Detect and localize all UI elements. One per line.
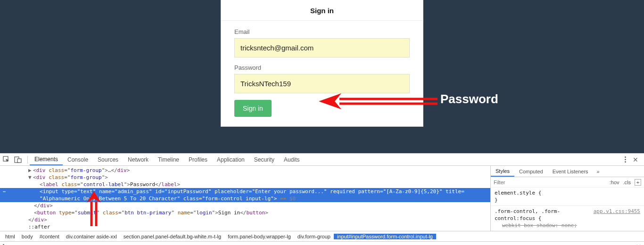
css-rule-block[interactable]: app.v1.css:9455 .form-control, .form-con… [491, 205, 644, 231]
annotation-arrow2-icon [83, 190, 107, 227]
devtools-close-icon[interactable]: ✕ [630, 156, 641, 163]
bc-body[interactable]: body [18, 234, 36, 239]
bc-form[interactable]: form.panel-body.wrapper-lg [224, 234, 294, 239]
tab-timeline[interactable]: Timeline [153, 154, 184, 165]
svg-rect-5 [17, 159, 21, 163]
tab-console[interactable]: Console [63, 154, 93, 165]
selected-dom-node[interactable]: ⋯<input type="text" name="admin_pass" id… [0, 188, 490, 195]
device-toggle-icon[interactable] [14, 156, 22, 163]
tab-security[interactable]: Security [249, 154, 279, 165]
css-source-link[interactable]: app.v1.css:9455 [594, 208, 640, 215]
devtools-tabbar: Elements Console Sources Network Timelin… [0, 154, 644, 166]
element-style-block[interactable]: element.style { } [491, 188, 644, 205]
signin-title: Sign in [221, 0, 423, 21]
console-close-icon[interactable]: ✕ [636, 243, 641, 245]
annotation-text: Password [440, 92, 498, 106]
bc-input[interactable]: input#inputPassword.form-control.input-l… [334, 234, 436, 239]
cls-toggle[interactable]: .cls [623, 180, 631, 185]
email-label: Email [234, 28, 410, 35]
devtools-menu-icon[interactable] [621, 156, 630, 163]
bc-content[interactable]: #content [36, 234, 63, 239]
elements-tree[interactable]: ▶<div class="form-group">…</div> ▼<div c… [0, 166, 490, 231]
tab-audits[interactable]: Audits [279, 154, 304, 165]
styles-sidebar: Styles Computed Event Listeners » :hov .… [490, 166, 644, 231]
page-background: Sign in Email Password Sign in Password [0, 0, 644, 153]
hov-toggle[interactable]: :hov [610, 180, 619, 185]
bc-html[interactable]: html [2, 234, 18, 239]
console-drawer[interactable]: Console ✕ [0, 241, 644, 245]
annotation-arrow-icon [316, 90, 438, 111]
dom-breadcrumb[interactable]: html body #content div.container aside-x… [0, 231, 644, 241]
tab-profiles[interactable]: Profiles [184, 154, 212, 165]
tab-sources[interactable]: Sources [93, 154, 123, 165]
email-field[interactable] [234, 38, 410, 57]
inspect-icon[interactable] [3, 156, 10, 163]
tab-elements[interactable]: Elements [30, 154, 63, 165]
password-label: Password [234, 64, 410, 71]
tab-styles[interactable]: Styles [491, 166, 514, 177]
bc-section[interactable]: section.panel.panel-default.bg-white.m-t… [120, 234, 224, 239]
bc-formgroup[interactable]: div.form-group [294, 234, 334, 239]
tab-network[interactable]: Network [123, 154, 153, 165]
styles-filter-input[interactable] [494, 180, 610, 185]
new-style-rule-icon[interactable]: + [635, 179, 641, 186]
tab-event-listeners[interactable]: Event Listeners [548, 166, 593, 177]
svg-marker-2 [319, 93, 341, 109]
tab-computed[interactable]: Computed [514, 166, 548, 177]
signin-button[interactable]: Sign in [234, 100, 272, 117]
svg-marker-8 [87, 191, 101, 203]
bc-container[interactable]: div.container aside-xxl [63, 234, 120, 239]
tab-application[interactable]: Application [212, 154, 249, 165]
styles-more-icon[interactable]: » [593, 169, 603, 174]
